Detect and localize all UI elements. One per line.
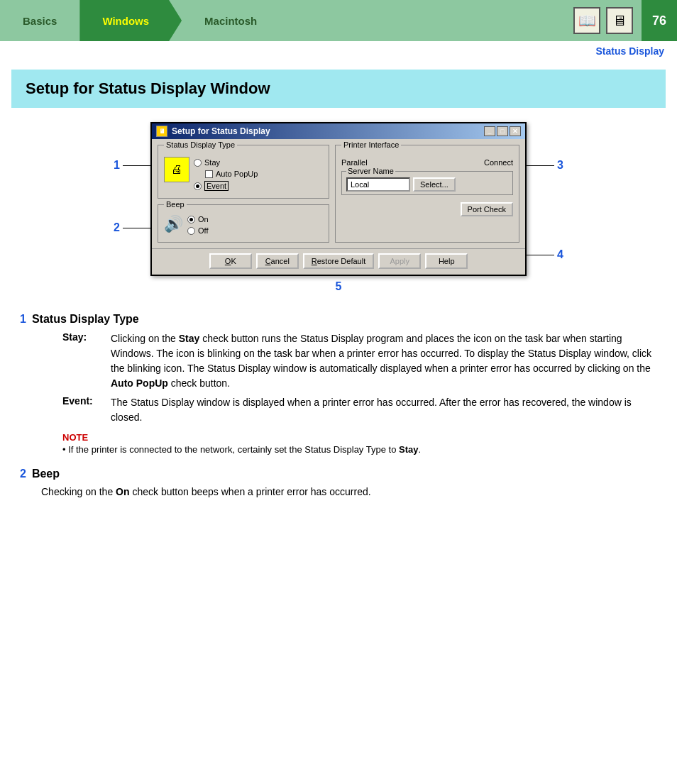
connect-label: Connect (484, 158, 513, 167)
nav-macintosh-label: Macintosh (204, 15, 257, 27)
callout-1: 1 (114, 159, 120, 172)
event-radio[interactable] (194, 182, 202, 190)
server-name-label: Server Name (346, 167, 395, 175)
stay-desc: Clicking on the Stay check button runs t… (111, 331, 657, 391)
apply-button[interactable]: Apply (378, 253, 421, 269)
callout-3: 3 (557, 159, 563, 172)
section-title-bar: Setup for Status Display Window (11, 70, 666, 108)
parallel-connect-row: Parallel Connect (341, 158, 513, 167)
page-number: 76 (642, 0, 677, 41)
section1-header: 1 Status Display Type (20, 313, 657, 326)
nav-windows-label: Windows (102, 15, 149, 27)
dialog-footer: OK Cancel Restore Default Apply Help (152, 248, 525, 275)
event-term: Event: (62, 395, 99, 407)
section1-descriptions: Stay: Clicking on the Stay check button … (62, 331, 657, 425)
beep-section: 🔊 On Off (164, 212, 323, 238)
auto-popup-checkbox[interactable] (205, 170, 213, 178)
cancel-button[interactable]: Cancel (256, 253, 299, 269)
book-icon[interactable]: 📖 (573, 7, 600, 34)
stay-label: Stay (204, 158, 220, 167)
maximize-button[interactable]: □ (497, 126, 508, 136)
status-icon: 🖨 (164, 157, 189, 182)
status-display-type-label: Status Display Type (164, 140, 237, 149)
beep-label: Beep (164, 200, 187, 209)
note-box: NOTE • If the printer is connected to th… (62, 432, 657, 455)
cancel-label: Cancel (265, 257, 290, 265)
stay-radio-row: Stay (194, 158, 258, 167)
dialog-title: Setup for Status Display (172, 126, 270, 136)
status-display-label: Status Display (596, 45, 664, 57)
nav-basics-label: Basics (23, 15, 57, 27)
parallel-label: Parallel (341, 158, 368, 167)
printer-interface-panel: Printer Interface Parallel Connect Serve… (335, 145, 519, 243)
nav-icon-group: 📖 🖥 (573, 0, 633, 41)
windows-dialog: 🖥 Setup for Status Display _ □ ✕ Status … (150, 122, 527, 276)
help-button[interactable]: Help (425, 253, 468, 269)
off-radio-row: Off (187, 226, 209, 235)
section1-num: 1 (20, 313, 26, 326)
section2-text: Checking on the On check button beeps wh… (41, 485, 657, 499)
event-label: Event (204, 181, 229, 191)
section1-heading: Status Display Type (32, 313, 139, 326)
port-check-row: Port Check (341, 202, 513, 216)
callout-2: 2 (114, 221, 120, 234)
section2-num: 2 (20, 468, 26, 480)
status-display-header: Status Display (0, 41, 677, 60)
titlebar-title-group: 🖥 Setup for Status Display (156, 126, 270, 137)
nav-basics[interactable]: Basics (0, 0, 79, 41)
top-navigation: Basics Windows Macintosh 📖 🖥 76 (0, 0, 677, 41)
dialog-icon: 🖥 (156, 126, 167, 137)
stay-radio[interactable] (194, 159, 202, 167)
speaker-icon: 🔊 (164, 215, 183, 233)
stay-term: Stay: (62, 331, 99, 343)
titlebar-buttons: _ □ ✕ (484, 126, 521, 136)
server-name-row: Select... (346, 177, 508, 192)
note-text: • If the printer is connected to the net… (62, 444, 657, 455)
printer-interface-label: Printer Interface (341, 140, 401, 149)
close-button[interactable]: ✕ (510, 126, 521, 136)
nav-windows[interactable]: Windows (79, 0, 182, 41)
monitor-icon[interactable]: 🖥 (606, 7, 633, 34)
event-desc-row: Event: The Status Display window is disp… (62, 395, 657, 425)
dialog-body: Status Display Type 🖨 Stay (152, 139, 525, 248)
callout-5: 5 (336, 280, 342, 292)
stay-desc-row: Stay: Clicking on the Stay check button … (62, 331, 657, 391)
section2-area: 2 Beep Checking on the On check button b… (20, 468, 657, 499)
event-radio-row: Event (194, 181, 258, 191)
on-radio-row: On (187, 215, 209, 223)
dialog-titlebar: 🖥 Setup for Status Display _ □ ✕ (152, 123, 525, 139)
server-name-panel: Server Name Select... (341, 171, 513, 195)
nav-macintosh[interactable]: Macintosh (182, 0, 280, 41)
server-name-input[interactable] (346, 177, 410, 192)
content-area: 1 Status Display Type Stay: Clicking on … (0, 313, 677, 499)
callout-4: 4 (557, 248, 563, 261)
note-title: NOTE (62, 432, 657, 443)
minimize-button[interactable]: _ (484, 126, 495, 136)
beep-panel: Beep 🔊 On Off (158, 204, 329, 243)
diagram-area: 1 2 3 4 🖥 Setup for Status Display (0, 122, 677, 293)
ok-label: OK (225, 257, 236, 265)
event-desc: The Status Display window is displayed w… (111, 395, 657, 425)
section2-header: 2 Beep (20, 468, 657, 480)
restore-default-label: Restore Default (312, 257, 365, 265)
section2-heading: Beep (32, 468, 60, 480)
on-radio[interactable] (187, 216, 195, 223)
ok-button[interactable]: OK (209, 253, 252, 269)
on-label: On (198, 215, 209, 223)
section-title: Setup for Status Display Window (26, 79, 651, 98)
select-button[interactable]: Select... (413, 177, 456, 192)
off-radio[interactable] (187, 227, 195, 235)
status-display-type-panel: Status Display Type 🖨 Stay (158, 145, 329, 199)
auto-popup-row: Auto PopUp (205, 170, 258, 178)
off-label: Off (198, 226, 208, 235)
port-check-button[interactable]: Port Check (461, 202, 513, 216)
auto-popup-label: Auto PopUp (216, 170, 258, 178)
restore-default-button[interactable]: Restore Default (303, 253, 374, 269)
